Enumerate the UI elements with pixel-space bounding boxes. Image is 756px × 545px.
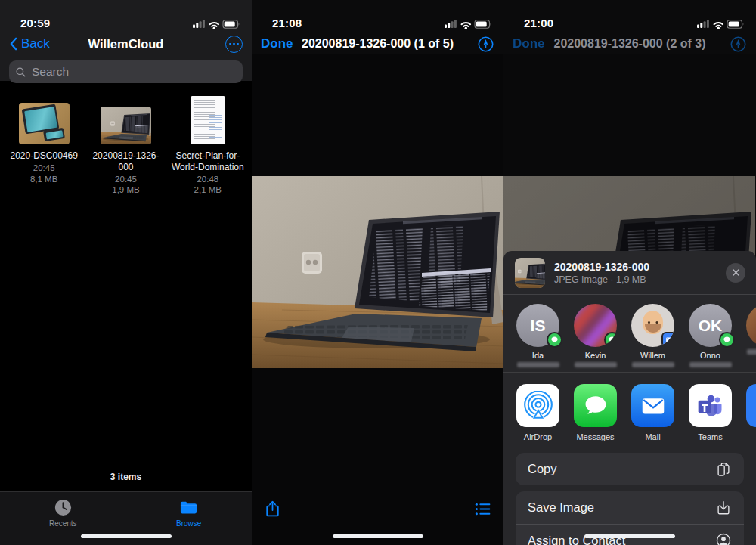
status-time: 20:59: [20, 17, 50, 29]
app-airdrop[interactable]: AirDrop: [516, 384, 559, 453]
avatar: IS: [516, 304, 559, 347]
status-bar: 20:59: [0, 0, 252, 33]
action-save-image[interactable]: Save Image: [516, 491, 744, 524]
home-indicator[interactable]: [333, 534, 423, 538]
share-icon[interactable]: [263, 500, 282, 519]
shared-file-title: 20200819-1326-000: [554, 261, 649, 273]
tab-label: Recents: [49, 519, 77, 528]
search-icon: [15, 67, 26, 78]
files-app-panel: 20:59 Back WillemCloud 2020: [0, 0, 252, 545]
file-size: 1,9 MB: [112, 185, 139, 194]
files-nav-bar: Back WillemCloud: [0, 33, 252, 54]
file-name: 20200819-1326-000: [85, 150, 166, 172]
messages-badge-icon: [719, 332, 735, 348]
markup-pen-icon: [477, 36, 494, 53]
status-bar: 21:00: [503, 0, 756, 33]
app-label: Teams: [689, 432, 732, 441]
file-item[interactable]: 20200819-1326-000 20:45 1,9 MB: [85, 93, 166, 194]
file-size: 2,1 MB: [194, 185, 222, 194]
avatar: [746, 304, 756, 347]
airdrop-icon: [523, 391, 553, 421]
share-sheet-header: 20200819-1326-000 JPEG Image · 1,9 MB: [503, 251, 756, 295]
redacted-detail: [575, 362, 617, 367]
viewer-nav-bar: Done 20200819-1326-000 (1 of 5): [252, 33, 503, 54]
file-name: 2020-DSC00469: [4, 150, 84, 162]
viewer-header-dimmed: 21:00 Done 20200819-1326-000 (2 of 3): [503, 0, 756, 54]
status-icons: [697, 19, 745, 29]
avatar: [574, 304, 617, 347]
file-time: 20:45: [115, 175, 137, 184]
close-button[interactable]: [726, 263, 745, 283]
messages-badge-icon: [604, 332, 617, 347]
teams-icon: [696, 391, 726, 421]
share-apps-row: AirDrop Messages Mail Teams Z: [503, 373, 756, 453]
app-partial[interactable]: Z: [746, 384, 756, 453]
status-time: 21:08: [272, 17, 302, 29]
mail-icon: [640, 392, 667, 420]
person-circle-icon: [715, 532, 732, 545]
more-options-button[interactable]: [225, 36, 243, 53]
action-group: Copy: [516, 453, 744, 485]
contact-ida[interactable]: IS Ida: [516, 304, 559, 372]
tab-label: Browse: [176, 519, 201, 528]
markup-button[interactable]: [477, 36, 494, 53]
file-thumbnail-photo-devices: [19, 93, 70, 144]
file-time: 20:45: [33, 163, 55, 172]
list-view-icon[interactable]: [473, 500, 492, 519]
mail-badge-icon: [662, 332, 674, 347]
photo-ipad-on-desk[interactable]: [252, 176, 503, 368]
home-indicator[interactable]: [81, 534, 172, 538]
download-icon: [715, 500, 732, 516]
contact-onno[interactable]: OK Onno: [689, 304, 732, 372]
markup-pen-icon: [730, 36, 747, 53]
app-mail[interactable]: Mail: [631, 384, 674, 453]
redacted-detail: [747, 349, 756, 355]
chevron-left-icon: [9, 37, 17, 51]
file-item[interactable]: Secret-Plan-for-World-Domination 20:48 2…: [167, 93, 249, 194]
file-name: Secret-Plan-for-World-Domination: [168, 150, 248, 172]
folder-icon: [179, 498, 198, 517]
action-copy[interactable]: Copy: [516, 453, 744, 485]
done-button[interactable]: Done: [261, 36, 293, 51]
screenshot-root: 20:59 Back WillemCloud 2020: [0, 0, 756, 545]
contact-name: Ida: [532, 351, 544, 360]
viewer-header: 21:08 Done 20200819-1326-000 (1 of 5): [252, 0, 503, 54]
app-teams[interactable]: Teams: [689, 384, 732, 453]
file-thumbnail-document: [191, 93, 225, 144]
airdrop-contacts-row: IS Ida Kevin: [503, 295, 756, 373]
back-button[interactable]: Back: [9, 36, 50, 51]
copy-icon: [715, 461, 732, 478]
status-icons: [193, 19, 241, 29]
app-label: Mail: [631, 432, 674, 441]
file-item[interactable]: 2020-DSC00469 20:45 8,1 MB: [3, 93, 85, 194]
file-thumbnail: [515, 258, 545, 288]
contact-name: Onno: [700, 351, 720, 360]
contact-name: Willem: [640, 351, 665, 360]
search-bar[interactable]: [9, 60, 243, 83]
search-input[interactable]: [30, 64, 237, 79]
markup-button[interactable]: [730, 36, 747, 53]
clock-icon: [54, 498, 73, 517]
file-thumbnail-laptop-photo: [101, 93, 151, 144]
viewer-nav-bar: Done 20200819-1326-000 (2 of 3): [503, 33, 756, 54]
status-time: 21:00: [524, 17, 553, 29]
back-label: Back: [21, 36, 50, 51]
home-indicator[interactable]: [584, 534, 675, 538]
app-label: Z: [746, 432, 756, 441]
redacted-detail: [632, 362, 674, 367]
contact-willem[interactable]: Willem: [631, 304, 674, 372]
action-label: Save Image: [528, 500, 594, 515]
contact-kevin[interactable]: Kevin: [574, 304, 617, 372]
contact-name: Kevin: [585, 351, 606, 360]
app-label: AirDrop: [516, 432, 559, 441]
done-button[interactable]: Done: [513, 36, 545, 51]
file-time: 20:48: [197, 175, 218, 184]
share-sheet-panel: 21:00 Done 20200819-1326-000 (2 of 3) 20…: [503, 0, 756, 545]
share-sheet: 20200819-1326-000 JPEG Image · 1,9 MB IS…: [503, 251, 756, 545]
action-label: Copy: [528, 462, 557, 476]
status-icons: [445, 19, 493, 29]
image-viewer-panel: 21:08 Done 20200819-1326-000 (1 of 5): [252, 0, 503, 545]
app-messages[interactable]: Messages: [574, 384, 617, 453]
contact-partial[interactable]: [746, 304, 756, 372]
messages-badge-icon: [547, 332, 562, 348]
